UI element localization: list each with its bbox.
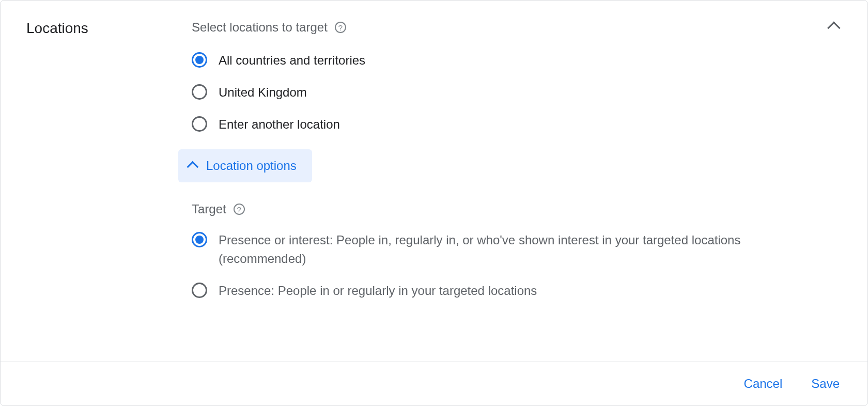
radio-option-united-kingdom[interactable]: United Kingdom [192, 83, 800, 102]
radio-button[interactable] [192, 232, 207, 247]
help-icon[interactable]: ? [335, 22, 346, 33]
target-header: Target ? [192, 202, 800, 216]
help-icon[interactable]: ? [234, 204, 245, 215]
radio-option-all-countries[interactable]: All countries and territories [192, 51, 800, 70]
radio-option-enter-another[interactable]: Enter another location [192, 115, 800, 134]
locations-card: Locations Select locations to target ? A… [0, 0, 868, 406]
target-label: Target [192, 202, 226, 216]
section-title: Locations [26, 20, 192, 346]
radio-label: United Kingdom [219, 83, 307, 102]
subtitle-row: Select locations to target ? [192, 20, 800, 35]
radio-button[interactable] [192, 52, 207, 68]
chevron-up-icon [187, 161, 199, 173]
radio-target-presence[interactable]: Presence: People in or regularly in your… [192, 282, 800, 300]
cancel-button[interactable]: Cancel [744, 377, 783, 391]
radio-label: Presence or interest: People in, regular… [219, 231, 800, 268]
radio-button[interactable] [192, 116, 207, 132]
content-area: Select locations to target ? All countri… [192, 20, 842, 346]
chevron-up-icon [827, 21, 840, 34]
collapse-section-button[interactable] [826, 18, 844, 38]
radio-label: Presence: People in or regularly in your… [219, 282, 537, 300]
subtitle-text: Select locations to target [192, 20, 328, 35]
radio-label: All countries and territories [219, 51, 365, 70]
radio-label: Enter another location [219, 115, 340, 134]
save-button[interactable]: Save [811, 377, 840, 391]
card-footer: Cancel Save [1, 362, 867, 405]
radio-target-presence-or-interest[interactable]: Presence or interest: People in, regular… [192, 231, 800, 268]
radio-button[interactable] [192, 283, 207, 298]
location-options-toggle[interactable]: Location options [178, 149, 312, 182]
location-options-label: Location options [206, 159, 297, 173]
radio-button[interactable] [192, 84, 207, 100]
card-body: Locations Select locations to target ? A… [1, 1, 867, 362]
